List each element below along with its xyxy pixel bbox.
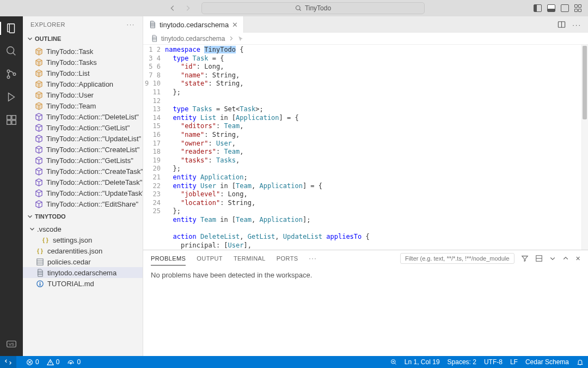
outline-label: TinyTodo::List: [46, 69, 90, 77]
code-editor[interactable]: 1 2 3 4 5 6 7 8 9 10 11 12 13 14 15 16 1…: [143, 45, 588, 250]
outline-section[interactable]: OUTLINE: [23, 33, 143, 45]
status-warnings[interactable]: 0: [47, 358, 60, 366]
status-ln-col[interactable]: Ln 1, Col 19: [405, 358, 440, 366]
tab-tinytodo-schema[interactable]: tinytodo.cedarschema ✕: [143, 16, 244, 33]
chevron-down-icon[interactable]: [549, 255, 556, 262]
outline-item[interactable]: TinyTodo::Action::"GetLists": [23, 155, 143, 166]
notifications-icon[interactable]: [577, 359, 584, 366]
source-control-icon[interactable]: [5, 68, 18, 81]
outline-item[interactable]: TinyTodo::Application: [23, 79, 143, 89]
file-label: cedarentities.json: [47, 247, 102, 255]
outline-item[interactable]: TinyTodo::List: [23, 68, 143, 79]
outline-label: TinyTodo::Tasks: [46, 58, 97, 67]
run-debug-icon[interactable]: [5, 91, 18, 104]
problems-filter[interactable]: [400, 253, 514, 264]
tab-output[interactable]: OUTPUT: [197, 255, 223, 262]
problems-message: No problems have been detected in the wo…: [151, 271, 312, 279]
svg-text:{ }: { }: [42, 237, 48, 243]
outline-item[interactable]: TinyTodo::Action::"DeleteList": [23, 111, 143, 122]
forward-icon[interactable]: [184, 4, 192, 12]
chevron-right-icon: [228, 35, 234, 41]
code-content[interactable]: namespace TinyTodo { type Task = { "id":…: [165, 45, 581, 250]
outline-item[interactable]: TinyTodo::Team: [23, 100, 143, 111]
status-errors[interactable]: 0: [26, 358, 39, 366]
customize-layout-icon[interactable]: [574, 4, 583, 12]
folder-item[interactable]: .vscode: [23, 224, 143, 234]
explorer-header: EXPLORER ···: [23, 16, 143, 33]
outline-label: TinyTodo::Action::"GetLists": [46, 156, 133, 165]
outline-item[interactable]: TinyTodo::Action::"DeleteTask": [23, 177, 143, 188]
search-icon[interactable]: [5, 45, 18, 58]
remote-indicator[interactable]: [0, 356, 16, 368]
toggle-panel-icon[interactable]: [547, 4, 555, 12]
problems-body: No problems have been detected in the wo…: [143, 267, 588, 283]
outline-item[interactable]: TinyTodo::Tasks: [23, 57, 143, 68]
title-bar: TinyTodo: [0, 0, 588, 16]
file-item[interactable]: policies.cedar: [23, 256, 143, 267]
file-item[interactable]: tinytodo.cedarschema: [23, 267, 143, 278]
outline-item[interactable]: TinyTodo::Action::"GetList": [23, 122, 143, 133]
editor-more-icon[interactable]: ···: [572, 21, 581, 29]
tab-ports[interactable]: PORTS: [277, 255, 298, 262]
search-icon: [295, 5, 302, 11]
svg-point-3: [7, 76, 10, 79]
outline-item[interactable]: TinyTodo::Action::"UpdateTask": [23, 188, 143, 198]
outline-item[interactable]: TinyTodo::Action::"EditShare": [23, 198, 143, 209]
outline-item[interactable]: TinyTodo::Action::"CreateTask": [23, 166, 143, 177]
explorer-title: EXPLORER: [30, 21, 65, 28]
svg-rect-5: [7, 116, 11, 119]
explorer-more-icon[interactable]: ···: [127, 21, 135, 28]
breadcrumb-label: tinytodo.cedarschema: [161, 35, 225, 43]
tab-label: tinytodo.cedarschema: [160, 21, 229, 29]
close-icon[interactable]: ✕: [232, 21, 238, 29]
outline-item[interactable]: TinyTodo::Action::"CreateList": [23, 144, 143, 155]
status-encoding[interactable]: UTF-8: [484, 358, 503, 366]
tab-terminal[interactable]: TERMINAL: [234, 255, 266, 262]
extensions-icon[interactable]: [5, 113, 18, 126]
line-numbers: 1 2 3 4 5 6 7 8 9 10 11 12 13 14 15 16 1…: [143, 45, 165, 250]
chevron-down-icon: [26, 35, 34, 43]
command-center[interactable]: TinyTodo: [201, 2, 425, 14]
svg-rect-16: [40, 283, 41, 286]
outline-label: TinyTodo::Action::"UpdateList": [46, 135, 141, 143]
toggle-secondary-sidebar-icon[interactable]: [561, 4, 569, 12]
vs-badge-icon[interactable]: VS: [5, 337, 18, 351]
outline-label: TinyTodo::Action::"UpdateTask": [46, 189, 143, 197]
project-label: TINYTODO: [35, 213, 66, 220]
status-ports[interactable]: 0: [67, 358, 81, 366]
file-item[interactable]: TUTORIAL.md: [23, 278, 143, 289]
toggle-primary-sidebar-icon[interactable]: [534, 4, 542, 12]
file-item[interactable]: { }settings.json: [23, 234, 143, 245]
status-spaces[interactable]: Spaces: 2: [448, 358, 476, 366]
bottom-panel: PROBLEMS OUTPUT TERMINAL PORTS ··· ✕ No …: [143, 250, 588, 356]
split-editor-icon[interactable]: [558, 21, 566, 28]
filter-icon[interactable]: [521, 255, 529, 262]
status-eol[interactable]: LF: [510, 358, 518, 366]
explorer-sidebar: EXPLORER ··· OUTLINE TinyTodo::TaskTinyT…: [23, 16, 143, 356]
file-label: settings.json: [53, 236, 92, 244]
breadcrumb[interactable]: tinytodo.cedarschema: [143, 33, 588, 45]
collapse-icon[interactable]: [535, 255, 543, 262]
tab-problems[interactable]: PROBLEMS: [151, 255, 186, 266]
outline-label: TinyTodo::Action::"CreateList": [46, 146, 139, 154]
svg-point-2: [7, 70, 10, 73]
activity-bar: VS: [0, 16, 23, 356]
panel-more-icon[interactable]: ···: [309, 255, 317, 262]
nav-arrows: [169, 4, 192, 12]
project-section[interactable]: TINYTODO: [23, 210, 143, 222]
svg-rect-7: [12, 120, 16, 124]
minimap[interactable]: [581, 45, 588, 250]
back-icon[interactable]: [169, 4, 176, 12]
svg-rect-8: [12, 116, 16, 119]
explorer-icon[interactable]: [5, 22, 18, 35]
status-language[interactable]: Cedar Schema: [525, 358, 569, 366]
file-item[interactable]: { }cedarentities.json: [23, 245, 143, 256]
overview-ruler[interactable]: [583, 46, 587, 119]
status-zoom[interactable]: [390, 359, 397, 365]
outline-item[interactable]: TinyTodo::Action::"UpdateList": [23, 133, 143, 144]
outline-item[interactable]: TinyTodo::User: [23, 89, 143, 100]
outline-item[interactable]: TinyTodo::Task: [23, 46, 143, 57]
chevron-up-icon[interactable]: [562, 255, 569, 262]
close-panel-icon[interactable]: ✕: [575, 255, 580, 262]
svg-point-15: [40, 281, 41, 282]
